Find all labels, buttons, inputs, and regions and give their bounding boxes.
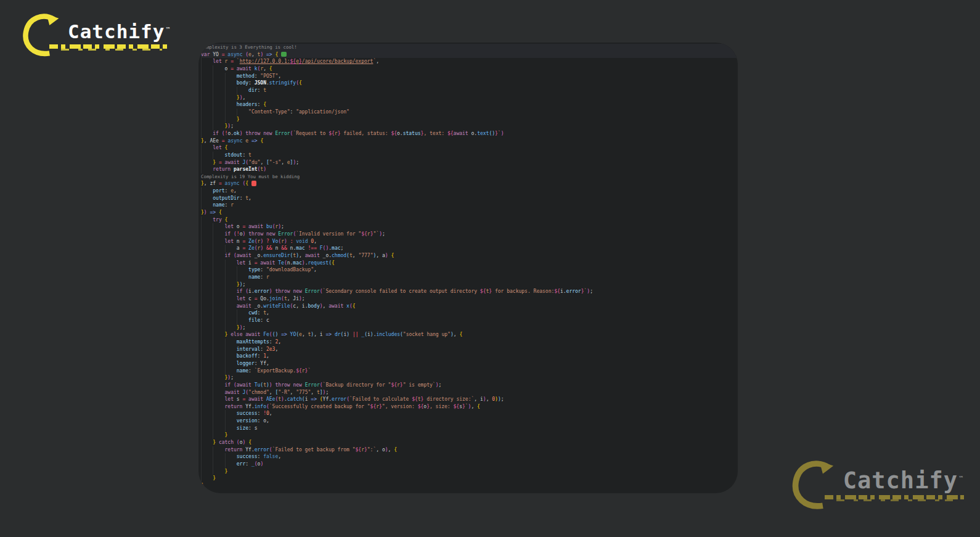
code-token: = bbox=[242, 239, 248, 244]
code-line: "Content-Type": "application/json" bbox=[201, 109, 738, 116]
indent-guide bbox=[237, 87, 248, 94]
code-token: Ze bbox=[248, 245, 255, 251]
code-editor-panel[interactable]: Complexity is 3 Everything is cool!var Y… bbox=[198, 43, 738, 493]
indent-guide bbox=[225, 353, 237, 360]
code-token: ) bbox=[263, 166, 266, 172]
code-line: try { bbox=[201, 216, 738, 224]
code-line: headers: { bbox=[201, 101, 738, 109]
indent-guide bbox=[237, 266, 248, 274]
codelens-annotation[interactable]: Complexity is 3 Everything is cool! bbox=[201, 44, 738, 51]
code-token: ) bbox=[260, 461, 263, 467]
code-token: for backups. Reason: bbox=[492, 289, 554, 294]
indent-guide bbox=[213, 123, 224, 130]
code-line: }, bbox=[201, 490, 738, 493]
code-token: mac bbox=[293, 260, 301, 266]
code-token: && bbox=[281, 245, 290, 251]
code-token: , bbox=[278, 339, 281, 345]
indent-guide bbox=[213, 116, 224, 123]
indent-guide bbox=[201, 382, 213, 389]
code-token: ; bbox=[302, 296, 305, 301]
brand-name: Catchify™ bbox=[843, 461, 963, 492]
code-token: , bbox=[388, 447, 394, 453]
code-token: let bbox=[237, 296, 248, 301]
code-token: Ji bbox=[293, 296, 299, 301]
code-token: () bbox=[323, 245, 329, 251]
code-line: a = Ze(r) && n && n.mac !== F().mac; bbox=[201, 245, 738, 252]
code-token: ":` bbox=[367, 447, 376, 453]
code-token: = bbox=[231, 59, 237, 64]
code-token: i. bbox=[302, 303, 308, 309]
code-token: } bbox=[201, 483, 204, 488]
code-line: name: r bbox=[201, 202, 738, 209]
code-token: `ExportBackup. bbox=[255, 368, 296, 374]
code-token: : bbox=[258, 353, 264, 359]
code-token: `Request to bbox=[293, 131, 329, 136]
code-token: : bbox=[258, 411, 264, 416]
indent-guide bbox=[213, 468, 224, 475]
code-token: = bbox=[219, 181, 225, 186]
indent-guide bbox=[225, 453, 237, 461]
code-token: : bbox=[248, 368, 255, 374]
code-token: { bbox=[391, 253, 394, 258]
indent-guide bbox=[213, 152, 224, 159]
indent-guide bbox=[201, 338, 213, 346]
code-token: !== bbox=[308, 245, 320, 251]
code-token: "socket hang up" bbox=[403, 332, 451, 337]
code-token: "777" bbox=[358, 253, 373, 258]
code-token: : bbox=[245, 461, 251, 467]
code-line: let c = Qo.join(t, Ji); bbox=[201, 295, 738, 303]
code-token: c bbox=[248, 296, 255, 301]
code-token: o. bbox=[397, 131, 403, 136]
code-token: `Successfully created backup for " bbox=[269, 404, 370, 409]
code-token: await bbox=[225, 390, 243, 395]
indent-guide bbox=[201, 231, 213, 238]
indent-guide bbox=[213, 453, 224, 461]
indent-guide bbox=[213, 432, 224, 439]
code-token: if bbox=[213, 131, 221, 136]
code-token: body bbox=[237, 80, 248, 86]
indent-guide bbox=[237, 274, 248, 281]
indent-guide bbox=[225, 317, 237, 324]
code-token: YO bbox=[290, 332, 296, 337]
indent-guide bbox=[237, 317, 248, 324]
trademark-symbol: ™ bbox=[166, 26, 169, 33]
indent-guide bbox=[201, 166, 213, 173]
codelens-annotation[interactable]: Complexity is 19 You must be kidding bbox=[201, 173, 738, 181]
code-token: "` bbox=[373, 231, 379, 237]
code-token: = bbox=[242, 224, 248, 229]
indent-guide bbox=[201, 216, 213, 224]
code-token: ${ bbox=[391, 382, 397, 388]
code-token: { bbox=[299, 80, 302, 86]
code-token: , bbox=[311, 390, 317, 395]
indent-guide bbox=[213, 65, 224, 73]
complexity-ok-square-icon bbox=[281, 52, 287, 57]
indent-guide bbox=[213, 87, 224, 94]
indent-guide bbox=[201, 410, 213, 417]
code-token: i. bbox=[248, 289, 255, 294]
code-token: ${ bbox=[361, 231, 367, 237]
code-token: logger bbox=[237, 361, 255, 366]
code-token: error bbox=[332, 396, 346, 402]
indent-guide bbox=[201, 324, 213, 332]
code-token: , bbox=[302, 332, 308, 337]
indent-guide bbox=[201, 152, 213, 159]
code-line: }), bbox=[201, 94, 738, 102]
code-token: mac bbox=[296, 245, 304, 251]
indent-guide bbox=[201, 94, 213, 102]
code-token: : bbox=[260, 346, 266, 352]
code-token: err bbox=[237, 461, 245, 467]
code-token: ${ bbox=[370, 404, 377, 409]
code-area[interactable]: Complexity is 3 Everything is cool!var Y… bbox=[198, 43, 738, 493]
code-token: = bbox=[242, 245, 248, 251]
code-token: await bbox=[260, 260, 278, 266]
code-token: Te bbox=[278, 260, 284, 266]
code-token: { bbox=[260, 138, 263, 144]
code-token: "775" bbox=[296, 390, 311, 395]
indent-guide bbox=[213, 382, 224, 389]
code-token: Error bbox=[305, 382, 320, 388]
code-token: Yf. bbox=[245, 404, 254, 409]
code-token: : bbox=[255, 361, 261, 366]
code-token: t bbox=[263, 88, 266, 93]
code-token: , bbox=[266, 310, 269, 316]
code-line: stdout: t bbox=[201, 152, 738, 159]
